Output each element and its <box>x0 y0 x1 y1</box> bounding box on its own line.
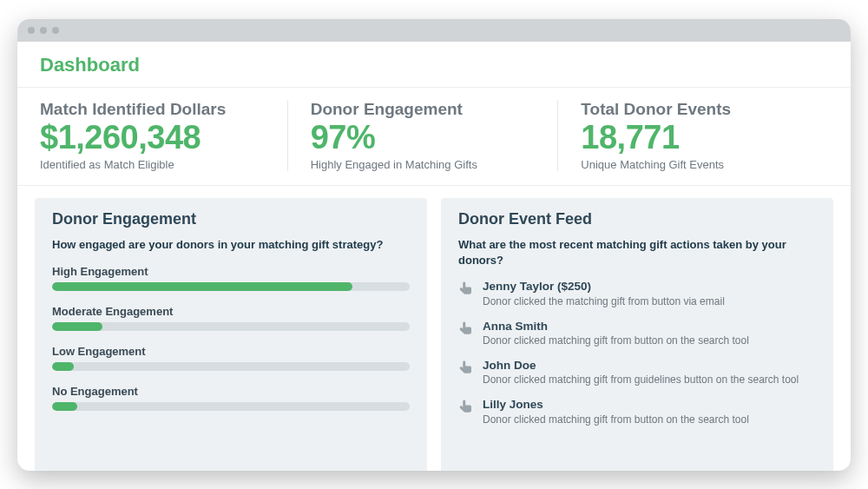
panel-title: Donor Engagement <box>52 210 410 228</box>
page-title: Dashboard <box>40 54 828 76</box>
pointer-icon <box>458 360 474 375</box>
bar-label: Moderate Engagement <box>52 305 410 318</box>
stat-title: Donor Engagement <box>311 100 541 119</box>
feed-item-name: John Doe <box>483 359 799 373</box>
feed-item[interactable]: Jenny Taylor ($250) Donor clicked the ma… <box>458 280 816 308</box>
stat-total-events: Total Donor Events 18,771 Unique Matchin… <box>557 100 828 172</box>
stat-value: 18,771 <box>581 121 811 155</box>
window-control-maximize[interactable] <box>52 27 59 34</box>
bar-label: No Engagement <box>52 385 410 398</box>
feed-item[interactable]: Lilly Jones Donor clicked matching gift … <box>458 398 816 426</box>
stat-value: 97% <box>311 121 541 155</box>
window-titlebar <box>17 19 851 42</box>
donor-event-feed-panel: Donor Event Feed What are the most recen… <box>441 198 833 470</box>
feed-item-name: Lilly Jones <box>483 398 749 413</box>
stat-subtitle: Unique Matching Gift Events <box>581 158 811 171</box>
bar-fill <box>52 282 352 291</box>
app-window: Dashboard Match Identified Dollars $1,26… <box>17 19 851 471</box>
feed-item-desc: Donor clicked the matching gift from but… <box>483 294 725 308</box>
panel-title: Donor Event Feed <box>458 210 816 228</box>
pointer-icon <box>458 320 474 336</box>
bar-label: Low Engagement <box>52 345 410 358</box>
feed-item[interactable]: John Doe Donor clicked matching gift fro… <box>458 359 816 387</box>
feed-item-desc: Donor clicked matching gift from button … <box>483 334 749 347</box>
panel-subtitle: What are the most recent matching gift a… <box>458 237 816 268</box>
bar-fill <box>52 402 77 411</box>
feed-item-text: Anna Smith Donor clicked matching gift f… <box>483 320 749 348</box>
feed-item-text: John Doe Donor clicked matching gift fro… <box>483 359 799 387</box>
feed-item-name: Jenny Taylor ($250) <box>483 280 725 294</box>
stat-value: $1,260,348 <box>40 121 270 155</box>
pointer-icon <box>458 281 474 296</box>
feed-item-text: Jenny Taylor ($250) Donor clicked the ma… <box>483 280 725 308</box>
stats-row: Match Identified Dollars $1,260,348 Iden… <box>17 88 851 187</box>
feed-item-text: Lilly Jones Donor clicked matching gift … <box>483 398 749 426</box>
bar-track <box>52 282 410 291</box>
pointer-icon <box>458 399 474 414</box>
bar-track <box>52 362 410 371</box>
stat-subtitle: Identified as Match Eligible <box>40 158 270 171</box>
stat-title: Total Donor Events <box>581 100 811 119</box>
panel-subtitle: How engaged are your donors in your matc… <box>52 237 410 253</box>
window-control-close[interactable] <box>28 27 35 34</box>
window-control-minimize[interactable] <box>40 27 47 34</box>
stat-title: Match Identified Dollars <box>40 100 270 119</box>
bar-label: High Engagement <box>52 265 410 278</box>
bar-fill <box>52 362 74 371</box>
engagement-bar-high: High Engagement <box>52 265 410 291</box>
bar-track <box>52 402 410 411</box>
feed-item-desc: Donor clicked matching gift from guideli… <box>483 373 799 387</box>
feed-item[interactable]: Anna Smith Donor clicked matching gift f… <box>458 320 816 348</box>
feed-item-desc: Donor clicked matching gift from button … <box>483 413 749 426</box>
feed-item-name: Anna Smith <box>483 320 749 334</box>
engagement-bar-none: No Engagement <box>52 385 410 411</box>
donor-engagement-panel: Donor Engagement How engaged are your do… <box>35 198 427 470</box>
engagement-bar-moderate: Moderate Engagement <box>52 305 410 331</box>
stat-donor-engagement: Donor Engagement 97% Highly Engaged in M… <box>287 100 558 172</box>
page-header: Dashboard <box>17 42 851 88</box>
stat-subtitle: Highly Engaged in Matching Gifts <box>311 158 541 171</box>
engagement-bar-low: Low Engagement <box>52 345 410 371</box>
panels-row: Donor Engagement How engaged are your do… <box>17 186 851 470</box>
bar-fill <box>52 322 102 331</box>
stat-match-dollars: Match Identified Dollars $1,260,348 Iden… <box>40 100 287 172</box>
bar-track <box>52 322 410 331</box>
